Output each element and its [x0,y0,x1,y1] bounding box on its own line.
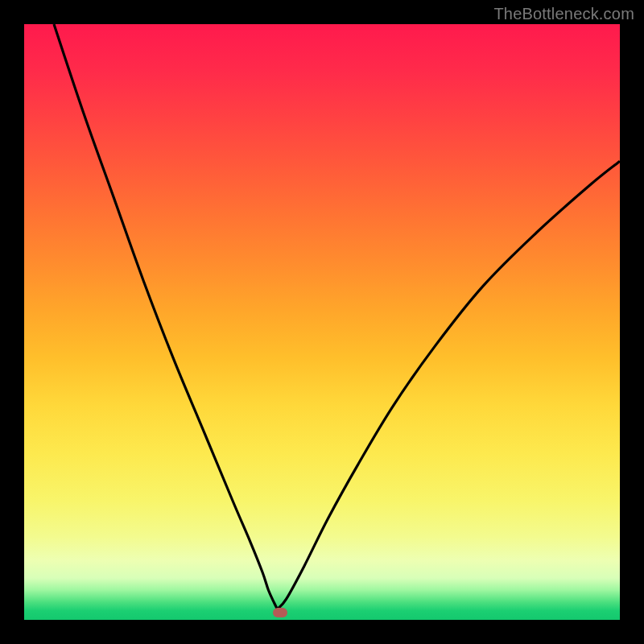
curve-left-branch [54,24,278,609]
attribution-label: TheBottleneck.com [493,5,634,23]
optimum-marker [273,608,287,617]
bottleneck-curve [24,24,620,620]
curve-right-branch [278,161,621,609]
chart-frame: TheBottleneck.com [0,0,644,644]
plot-area [24,24,620,620]
